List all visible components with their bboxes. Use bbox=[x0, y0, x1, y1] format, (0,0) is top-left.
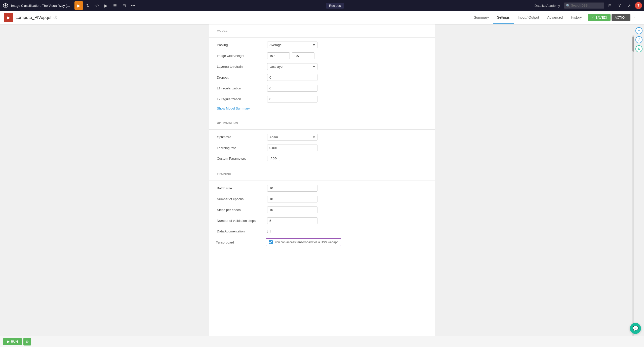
search-wrap: 🔍 bbox=[564, 3, 604, 9]
sidebar-refresh-btn[interactable]: ↻ bbox=[635, 45, 642, 52]
steps-per-epoch-label: Steps per epoch bbox=[217, 208, 267, 212]
tensorboard-label: Tensorboard bbox=[216, 240, 266, 244]
optimizer-row: Optimizer Adam SGD RMSprop bbox=[209, 132, 435, 143]
l1-reg-input[interactable] bbox=[267, 85, 317, 92]
add-custom-param-button[interactable]: ADD bbox=[267, 156, 280, 161]
play-btn[interactable]: ▶ bbox=[102, 1, 110, 10]
data-augmentation-label: Data Augmentation bbox=[217, 229, 267, 233]
top-navigation: Image Classification, The Visual Way (Tu… bbox=[0, 0, 644, 11]
image-wh-label: Image width/height bbox=[217, 54, 267, 58]
num-validation-steps-row: Number of validation steps bbox=[209, 215, 435, 226]
sidebar-info-btn[interactable]: i bbox=[635, 36, 642, 43]
data-augmentation-row: Data Augmentation bbox=[209, 226, 435, 236]
num-epochs-label: Number of epochs bbox=[217, 197, 267, 201]
back-arrow-btn[interactable]: ← bbox=[631, 13, 640, 22]
content-panel: MODEL Pooling Average Max None Image wid… bbox=[209, 24, 435, 347]
chat-icon: 💬 bbox=[632, 325, 639, 331]
recipe-name: compute_PlVopqef bbox=[16, 15, 52, 20]
l1-reg-label: L1 regularization bbox=[217, 86, 267, 90]
image-wh-inputs bbox=[267, 52, 314, 59]
tensorboard-note: You can access tensorboard via a DSS web… bbox=[275, 240, 338, 244]
more-btn[interactable]: ••• bbox=[129, 1, 137, 10]
list-btn[interactable]: ☰ bbox=[111, 1, 119, 10]
num-validation-steps-input[interactable] bbox=[267, 217, 317, 224]
tab-settings[interactable]: Settings bbox=[493, 11, 514, 24]
recipe-help-icon[interactable]: ⓘ bbox=[54, 15, 57, 20]
trend-icon[interactable]: ↗ bbox=[625, 2, 633, 9]
recipes-button[interactable]: Recipes bbox=[326, 3, 344, 9]
grid-btn[interactable]: ⊟ bbox=[120, 1, 128, 10]
layers-retrain-select[interactable]: Last layer All layers None bbox=[267, 63, 317, 70]
bottom-bar: ▶ RUN ⚙ bbox=[0, 336, 644, 347]
secondary-navigation: ▶ compute_PlVopqef ⓘ Summary Settings In… bbox=[0, 11, 644, 24]
tab-history[interactable]: History bbox=[567, 11, 586, 24]
show-model-summary-link[interactable]: Show Model Summary bbox=[209, 105, 258, 112]
user-avatar[interactable]: T bbox=[635, 2, 642, 9]
sidebar-plus-btn[interactable]: + bbox=[635, 27, 642, 34]
batch-size-label: Batch size bbox=[217, 186, 267, 190]
tab-summary[interactable]: Summary bbox=[470, 11, 493, 24]
tensorboard-checkbox[interactable] bbox=[269, 240, 273, 244]
tensorboard-highlight-box: You can access tensorboard via a DSS web… bbox=[266, 238, 341, 246]
scroll-track bbox=[632, 35, 634, 337]
batch-size-input[interactable] bbox=[267, 185, 317, 192]
training-section-header: TRAINING bbox=[209, 167, 435, 179]
l2-reg-label: L2 regularization bbox=[217, 97, 267, 101]
gear-icon: ⚙ bbox=[26, 340, 29, 344]
main-content: MODEL Pooling Average Max None Image wid… bbox=[0, 24, 644, 347]
chat-button[interactable]: 💬 bbox=[630, 323, 641, 334]
num-epochs-row: Number of epochs bbox=[209, 194, 435, 204]
pooling-select[interactable]: Average Max None bbox=[267, 42, 317, 48]
image-height-input[interactable] bbox=[292, 52, 314, 59]
saved-button[interactable]: ✓ SAVED! bbox=[588, 14, 611, 21]
nav-right-actions: Dataiku Academy 🔍 ⊞ ? ↗ T bbox=[533, 2, 642, 9]
save-icon: ✓ bbox=[591, 16, 594, 19]
l1-reg-row: L1 regularization bbox=[209, 83, 435, 94]
page-title: Image Classification, The Visual Way (Tu… bbox=[11, 4, 71, 8]
actions-button[interactable]: ACTIO... bbox=[612, 14, 630, 21]
refresh-btn[interactable]: ↻ bbox=[84, 1, 92, 10]
recipe-icon-btn[interactable]: ▶ bbox=[74, 1, 83, 10]
dropout-input[interactable] bbox=[267, 74, 317, 81]
tab-input-output[interactable]: Input / Output bbox=[514, 11, 543, 24]
app-logo[interactable] bbox=[2, 2, 9, 9]
run-play-icon: ▶ bbox=[7, 340, 10, 343]
num-validation-steps-label: Number of validation steps bbox=[217, 219, 267, 223]
optimizer-label: Optimizer bbox=[217, 135, 267, 139]
image-width-input[interactable] bbox=[267, 52, 290, 59]
num-epochs-input[interactable] bbox=[267, 196, 317, 202]
dropout-label: Dropout bbox=[217, 76, 267, 79]
data-augmentation-checkbox-wrap bbox=[267, 230, 270, 233]
right-sidebar: + i ↻ bbox=[634, 24, 644, 55]
pooling-row: Pooling Average Max None bbox=[209, 40, 435, 50]
custom-params-row: Custom Parameters ADD bbox=[209, 153, 435, 163]
dropout-row: Dropout bbox=[209, 72, 435, 83]
optimization-section-header: OPTIMIZATION bbox=[209, 116, 435, 127]
optimizer-select[interactable]: Adam SGD RMSprop bbox=[267, 134, 317, 141]
l2-reg-input[interactable] bbox=[267, 96, 317, 102]
learning-rate-label: Learning rate bbox=[217, 146, 267, 150]
steps-per-epoch-row: Steps per epoch bbox=[209, 204, 435, 215]
layers-retrain-row: Layer(s) to retrain Last layer All layer… bbox=[209, 61, 435, 72]
run-button[interactable]: ▶ RUN bbox=[3, 338, 22, 345]
help-icon[interactable]: ? bbox=[616, 2, 623, 9]
data-augmentation-checkbox[interactable] bbox=[267, 230, 270, 233]
layers-retrain-label: Layer(s) to retrain bbox=[217, 65, 267, 68]
model-section-header: MODEL bbox=[209, 24, 435, 35]
tab-advanced[interactable]: Advanced bbox=[543, 11, 567, 24]
run-settings-button[interactable]: ⚙ bbox=[23, 338, 31, 345]
search-input[interactable] bbox=[564, 3, 604, 9]
nav-tabs: Summary Settings Input / Output Advanced… bbox=[470, 11, 640, 24]
code-btn[interactable]: </> bbox=[93, 1, 101, 10]
recipe-toolbar: ▶ ↻ </> ▶ ☰ ⊟ ••• bbox=[74, 1, 137, 10]
custom-params-label: Custom Parameters bbox=[217, 157, 267, 160]
dataiku-academy-btn[interactable]: Dataiku Academy bbox=[533, 3, 562, 9]
steps-per-epoch-input[interactable] bbox=[267, 206, 317, 213]
image-wh-row: Image width/height bbox=[209, 50, 435, 61]
batch-size-row: Batch size bbox=[209, 183, 435, 194]
apps-icon[interactable]: ⊞ bbox=[606, 2, 614, 9]
l2-reg-row: L2 regularization bbox=[209, 94, 435, 105]
tensorboard-row: Tensorboard You can access tensorboard v… bbox=[209, 236, 435, 248]
scroll-thumb[interactable] bbox=[632, 37, 634, 52]
learning-rate-input[interactable] bbox=[267, 145, 317, 151]
